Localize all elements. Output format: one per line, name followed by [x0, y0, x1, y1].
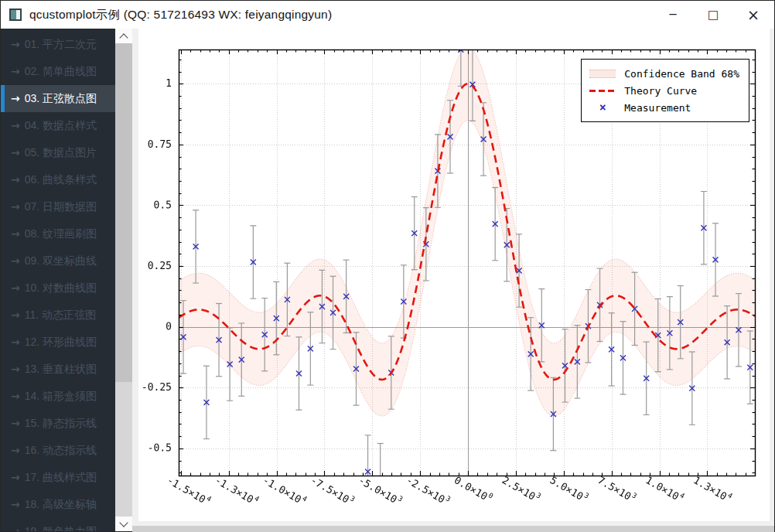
sidebar-item-label: 05. 数据点图片 [25, 146, 97, 159]
window-bottom-edge [132, 526, 774, 532]
arrow-icon: → [11, 390, 20, 402]
arrow-icon: → [11, 525, 20, 531]
window-title: qcustomplot示例 (QQ: 517216493 WX: feiyang… [29, 7, 332, 23]
sidebar-item-label: 19. 颜色热力图 [25, 525, 97, 531]
arrow-icon: → [11, 281, 20, 294]
sidebar-item-07[interactable]: →07. 日期数据图 [1, 193, 115, 220]
window-controls: ─ □ × [653, 1, 773, 29]
sidebar: →01. 平方二次元→02. 简单曲线图→03. 正弦散点图→04. 数据点样式… [1, 29, 132, 531]
sidebar-item-03[interactable]: →03. 正弦散点图 [1, 85, 115, 112]
legend-item-confidence-band: Confidence Band 68% [589, 65, 739, 82]
legend-label: Theory Curve [624, 85, 697, 97]
arrow-icon: → [11, 173, 20, 186]
chevron-up-icon [119, 33, 128, 42]
sidebar-item-18[interactable]: →18. 高级坐标轴 [1, 491, 115, 518]
arrow-icon: → [11, 92, 20, 104]
sidebar-item-label: 10. 对数曲线图 [25, 281, 97, 294]
plot-widget: Confidence Band 68% Theory Curve × Measu… [138, 29, 770, 521]
sidebar-item-14[interactable]: →14. 箱形盒须图 [1, 383, 115, 410]
arrow-icon: → [11, 363, 20, 375]
arrow-icon: → [11, 38, 20, 50]
sidebar-item-12[interactable]: →12. 环形曲线图 [1, 329, 115, 356]
sidebar-scrollbar[interactable] [115, 29, 132, 531]
confidence-band-swatch [589, 70, 616, 78]
sidebar-item-11[interactable]: →11. 动态正弦图 [1, 302, 115, 329]
sidebar-item-label: 02. 简单曲线图 [25, 65, 97, 77]
sidebar-item-label: 13. 垂直柱状图 [25, 363, 97, 375]
legend-item-measurement: × Measurement [589, 99, 739, 116]
sidebar-item-label: 17. 曲线样式图 [25, 471, 97, 483]
arrow-icon: → [11, 444, 20, 456]
arrow-icon: → [11, 227, 20, 240]
sidebar-item-17[interactable]: →17. 曲线样式图 [1, 464, 115, 491]
arrow-icon: → [11, 309, 20, 321]
sidebar-item-label: 03. 正弦散点图 [25, 92, 97, 104]
minimize-button[interactable]: ─ [653, 1, 693, 29]
sidebar-item-02[interactable]: →02. 简单曲线图 [1, 58, 115, 85]
chart-legend: Confidence Band 68% Theory Curve × Measu… [581, 59, 749, 122]
arrow-icon: → [11, 336, 20, 348]
sidebar-item-08[interactable]: →08. 纹理画刷图 [1, 220, 115, 247]
sidebar-item-06[interactable]: →06. 曲线条样式 [1, 166, 115, 193]
legend-label: Measurement [624, 102, 691, 114]
sidebar-item-09[interactable]: →09. 双坐标曲线 [1, 247, 115, 275]
maximize-button[interactable]: □ [693, 1, 733, 29]
arrow-icon: → [11, 417, 20, 429]
sidebar-item-label: 12. 环形曲线图 [25, 336, 97, 348]
sidebar-item-05[interactable]: →05. 数据点图片 [1, 139, 115, 166]
scrollbar-thumb[interactable] [115, 43, 132, 382]
titlebar: qcustomplot示例 (QQ: 517216493 WX: feiyang… [1, 1, 774, 29]
arrow-icon: → [11, 65, 20, 77]
sidebar-item-04[interactable]: →04. 数据点样式 [1, 112, 115, 139]
sidebar-item-label: 07. 日期数据图 [25, 200, 97, 213]
sidebar-item-15[interactable]: →15. 静态指示线 [1, 410, 115, 437]
sidebar-item-label: 06. 曲线条样式 [25, 173, 97, 186]
arrow-icon: → [11, 254, 20, 267]
scroll-down-button[interactable] [115, 517, 132, 531]
sidebar-item-label: 14. 箱形盒须图 [25, 390, 97, 402]
arrow-icon: → [11, 471, 20, 483]
measurement-swatch: × [589, 102, 616, 114]
sidebar-item-label: 08. 纹理画刷图 [25, 227, 97, 240]
sidebar-item-label: 11. 动态正弦图 [25, 309, 96, 321]
sidebar-item-13[interactable]: →13. 垂直柱状图 [1, 356, 115, 383]
sidebar-item-label: 15. 静态指示线 [25, 417, 97, 429]
sidebar-item-19[interactable]: →19. 颜色热力图 [1, 518, 115, 531]
app-window: qcustomplot示例 (QQ: 517216493 WX: feiyang… [0, 0, 775, 532]
arrow-icon: → [11, 200, 20, 213]
sidebar-item-10[interactable]: →10. 对数曲线图 [1, 275, 115, 302]
sidebar-item-label: 18. 高级坐标轴 [25, 498, 97, 510]
arrow-icon: → [11, 119, 20, 131]
app-icon [9, 9, 22, 21]
chevron-down-icon [119, 518, 128, 527]
sidebar-item-label: 16. 动态指示线 [25, 444, 97, 456]
theory-curve-swatch [589, 90, 616, 92]
sidebar-item-01[interactable]: →01. 平方二次元 [1, 31, 115, 58]
legend-label: Confidence Band 68% [624, 68, 739, 80]
sidebar-item-label: 09. 双坐标曲线 [25, 254, 97, 267]
scroll-up-button[interactable] [115, 29, 132, 43]
sidebar-item-label: 04. 数据点样式 [25, 119, 97, 131]
arrow-icon: → [11, 498, 20, 510]
sidebar-list: →01. 平方二次元→02. 简单曲线图→03. 正弦散点图→04. 数据点样式… [1, 29, 115, 531]
close-button[interactable]: × [733, 1, 773, 29]
legend-item-theory-curve: Theory Curve [589, 82, 739, 99]
sidebar-item-label: 01. 平方二次元 [25, 38, 97, 50]
sidebar-item-16[interactable]: →16. 动态指示线 [1, 437, 115, 464]
arrow-icon: → [11, 146, 20, 159]
